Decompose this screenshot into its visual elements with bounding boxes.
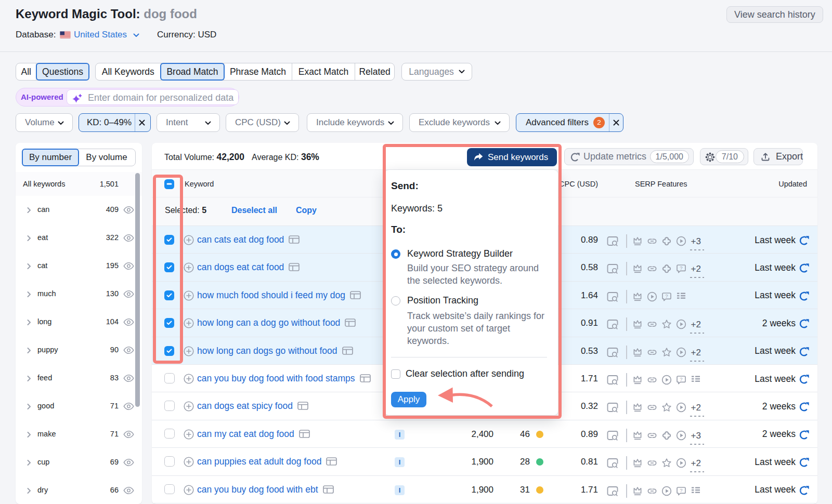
svg-text:?: ? <box>680 376 682 382</box>
svg-text:?: ? <box>665 293 668 299</box>
svg-text:?: ? <box>680 265 682 271</box>
svg-text:?: ? <box>680 487 682 493</box>
